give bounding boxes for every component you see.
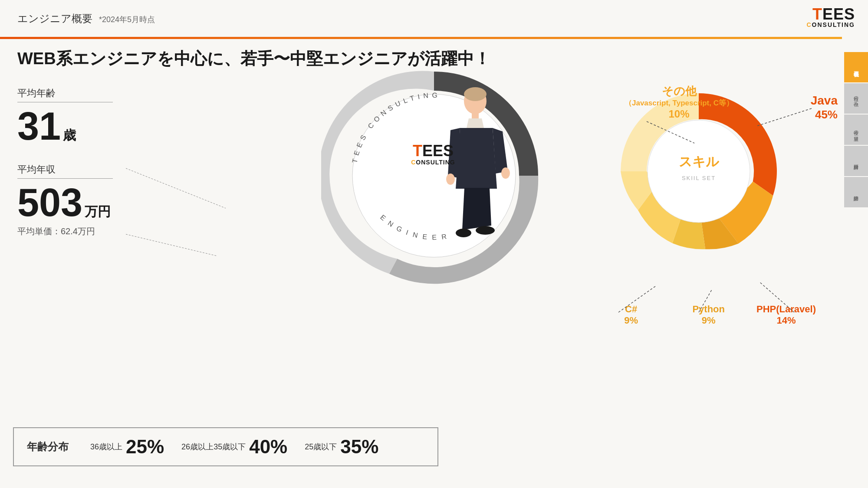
python-pct: 9% xyxy=(692,315,725,326)
python-name: Python xyxy=(692,304,725,315)
java-pct: 45% xyxy=(811,108,838,121)
age-value-0: 25% xyxy=(126,436,164,458)
age-label-2: 25歳以下 xyxy=(305,442,337,452)
age-label-0: 36歳以上 xyxy=(90,442,122,452)
person-collar xyxy=(467,118,484,128)
skill-center-sub: SKIIL SET xyxy=(682,175,716,181)
page-date: *2024年5月時点 xyxy=(99,14,155,25)
sidebar-tab-4[interactable]: 会計詳細 xyxy=(844,177,868,207)
avg-income-unit: 万円 xyxy=(85,203,111,221)
sidebar-tab-2[interactable]: 今後の展望 xyxy=(844,115,868,145)
person-figure xyxy=(425,85,512,232)
other-name: その他 xyxy=(625,85,733,98)
logo: TEES CONSULTING xyxy=(806,7,855,28)
skill-label-java: Java 45% xyxy=(811,93,838,121)
person-right-shoe xyxy=(476,226,495,235)
logo-onsulting: ONSULTING xyxy=(812,21,855,28)
sidebar-tab-3[interactable]: 採材計画 xyxy=(844,146,868,176)
sidebar-tab-label-1: 当社の強み xyxy=(853,93,859,104)
age-line-1 xyxy=(126,168,226,208)
skill-center-label: スキル xyxy=(679,154,720,169)
person-neck xyxy=(472,112,479,119)
skill-label-php: PHP(Laravel) 14% xyxy=(756,304,816,326)
avg-age-value: 31 xyxy=(17,107,61,146)
stat-divider-income xyxy=(17,178,113,179)
age-dist-title: 年齢分布 xyxy=(27,440,69,454)
age-line-2 xyxy=(126,234,217,256)
sidebar-tab-label-2: 今後の展望 xyxy=(853,127,859,133)
stats-panel: 平均年齢 31 歳 平均年収 503 万円 平均単価：62.4万円 xyxy=(17,87,139,237)
php-name: PHP(Laravel) xyxy=(756,304,816,315)
sidebar-tabs: 会社概要 当社の強み 今後の展望 採材計画 会計詳細 xyxy=(844,52,868,207)
logo-consulting: CONSULTING xyxy=(806,21,855,28)
logo-t: T xyxy=(812,5,822,23)
person-left-hand xyxy=(446,174,455,185)
orange-divider xyxy=(0,37,842,39)
skill-label-csharp: C# 9% xyxy=(624,304,638,326)
other-pct: 10% xyxy=(625,108,733,120)
other-subtitle: （Javascript, Typescript, C等） xyxy=(625,98,733,108)
skill-label-python: Python 9% xyxy=(692,304,725,326)
age-label-1: 26歳以上35歳以下 xyxy=(181,442,246,452)
person-right-hand xyxy=(501,167,510,179)
avg-age-label: 平均年齢 xyxy=(17,87,139,100)
sidebar-tab-1[interactable]: 当社の強み xyxy=(844,83,868,114)
page-title: エンジニア概要 xyxy=(17,12,92,26)
php-pct: 14% xyxy=(756,315,816,326)
csharp-pct: 9% xyxy=(624,315,638,326)
avg-unit-price: 平均単価：62.4万円 xyxy=(17,226,139,237)
java-name: Java xyxy=(811,93,838,108)
person-hair xyxy=(464,87,487,101)
avg-age-unit: 歳 xyxy=(63,127,76,144)
sidebar-tab-0[interactable]: 会社概要 xyxy=(844,52,868,82)
person-jacket xyxy=(456,128,497,189)
csharp-name: C# xyxy=(624,304,638,315)
person-left-leg xyxy=(462,188,477,230)
stat-divider-age xyxy=(17,102,113,102)
age-value-1: 40% xyxy=(249,436,287,458)
logo-ees: EES xyxy=(822,5,855,23)
avg-income-value: 503 xyxy=(17,183,82,222)
skill-label-other: その他 （Javascript, Typescript, C等） 10% xyxy=(625,85,733,120)
avg-income-label: 平均年収 xyxy=(17,163,139,176)
header: エンジニア概要 *2024年5月時点 xyxy=(0,0,868,37)
age-distribution-bar: 年齢分布 36歳以上 25% 26歳以上35歳以下 40% 25歳以下 35% xyxy=(13,427,438,466)
age-value-2: 35% xyxy=(340,436,378,458)
logo-c: C xyxy=(806,21,812,28)
person-right-leg xyxy=(475,188,491,228)
person-left-shoe xyxy=(456,229,471,237)
skill-inner-circle xyxy=(648,120,750,223)
